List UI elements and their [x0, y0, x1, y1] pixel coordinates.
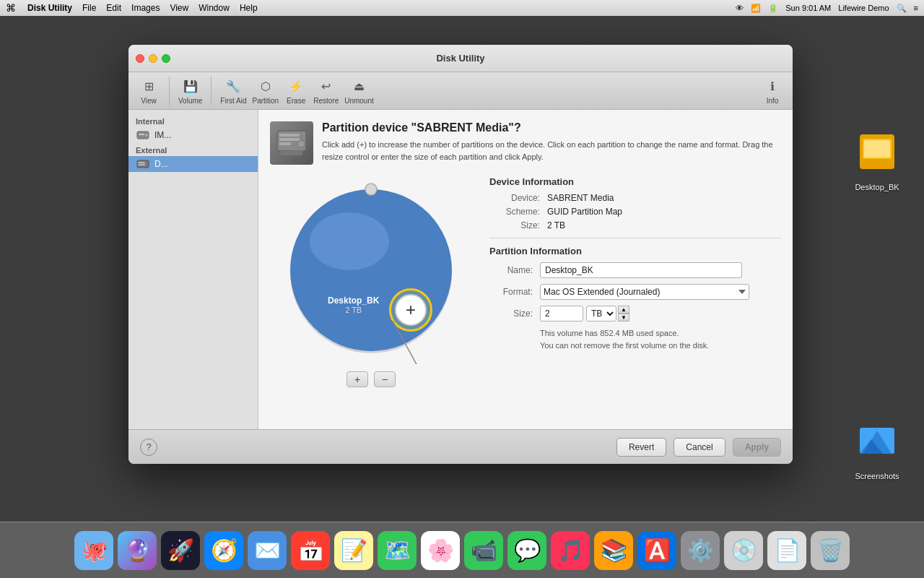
- siri-icon[interactable]: 👁: [736, 4, 744, 12]
- du-maximize-button[interactable]: [162, 54, 170, 63]
- du-traffic-lights: [136, 54, 170, 63]
- menu-edit[interactable]: Edit: [106, 3, 121, 13]
- first-aid-tool[interactable]: 🔧 First Aid: [220, 77, 246, 105]
- restore-tool[interactable]: ↩ Restore: [313, 77, 339, 105]
- screenshots-label: Screenshots: [855, 472, 899, 480]
- size-label: Size:: [489, 220, 540, 230]
- size-value: 2 TB: [547, 220, 565, 230]
- format-select[interactable]: Mac OS Extended (Journaled): [540, 284, 749, 300]
- du-minimize-button[interactable]: [149, 54, 157, 63]
- menu-file[interactable]: File: [82, 3, 96, 13]
- view-tool[interactable]: ⊞ View: [137, 77, 160, 105]
- internal-drive-label: IM...: [154, 130, 171, 140]
- pie-controls: + −: [346, 371, 396, 387]
- help-button[interactable]: ?: [140, 439, 157, 456]
- info-label: Info: [767, 97, 779, 105]
- name-field-row: Name:: [489, 262, 781, 278]
- menu-help[interactable]: Help: [240, 3, 258, 13]
- partition-icon: ⬡: [254, 77, 277, 95]
- sidebar-external-drive[interactable]: D...: [128, 156, 258, 172]
- desktop-icon-screenshots[interactable]: Screenshots: [848, 420, 906, 480]
- partition-desc: Click add (+) to increase the number of …: [322, 139, 781, 163]
- du-close-button[interactable]: [136, 54, 144, 63]
- dock-launchpad[interactable]: 🚀: [161, 531, 200, 570]
- dock-trash[interactable]: 🗑️: [811, 531, 850, 570]
- volume-label: Volume: [178, 97, 202, 105]
- dock-diskutil[interactable]: 💿: [724, 531, 763, 570]
- dock-safari[interactable]: 🧭: [204, 531, 243, 570]
- size-input[interactable]: [540, 306, 583, 322]
- size-field-label: Size:: [489, 309, 533, 319]
- external-header: External: [128, 143, 258, 156]
- pie-container: Desktop_BK 2 TB +: [277, 176, 465, 364]
- dock-messages[interactable]: 💬: [507, 531, 546, 570]
- partition-layout: Desktop_BK 2 TB +: [270, 176, 781, 387]
- external-drive-label: D...: [154, 159, 168, 169]
- unmount-icon: ⏏: [347, 77, 370, 95]
- dock-notes[interactable]: 📝: [334, 531, 373, 570]
- svg-point-15: [365, 184, 377, 195]
- dock-photos[interactable]: 🌸: [421, 531, 460, 570]
- svg-rect-19: [864, 140, 890, 158]
- dock-appstore[interactable]: 🅰️: [637, 531, 676, 570]
- add-partition-button[interactable]: +: [346, 371, 368, 387]
- partition-label: Partition: [252, 97, 279, 105]
- svg-rect-8: [279, 138, 300, 141]
- dock-settings[interactable]: ⚙️: [681, 531, 720, 570]
- dock-siri[interactable]: 🔮: [118, 531, 157, 570]
- wifi-icon[interactable]: 📶: [751, 4, 761, 13]
- dock-itunes[interactable]: 🎵: [551, 531, 590, 570]
- dock-calendar[interactable]: 📅: [291, 531, 330, 570]
- du-sidebar: Internal IM... External: [128, 110, 258, 429]
- size-increment-button[interactable]: ▲: [618, 306, 629, 314]
- size-unit-select[interactable]: TB: [586, 306, 616, 322]
- name-input[interactable]: [540, 262, 742, 278]
- dock-files[interactable]: 📄: [767, 531, 806, 570]
- info-tool[interactable]: ℹ Info: [761, 77, 784, 105]
- menu-bar: ⌘ Disk Utility File Edit Images View Win…: [0, 0, 924, 16]
- partition-tool[interactable]: ⬡ Partition: [252, 77, 279, 105]
- unmount-tool[interactable]: ⏏ Unmount: [344, 77, 374, 105]
- desktop-bk-label: Desktop_BK: [855, 183, 899, 191]
- size-stepper[interactable]: ▲ ▼: [618, 306, 629, 322]
- desktop-bk-icon: [857, 131, 897, 180]
- control-center-icon[interactable]: ≡: [914, 4, 918, 12]
- du-title: Disk Utility: [436, 53, 484, 64]
- username: Lifewire Demo: [838, 4, 889, 12]
- scheme-row: Scheme: GUID Partition Map: [489, 207, 781, 217]
- dock: 🐙 🔮 🚀 🧭 ✉️ 📅 📝 🗺️ 🌸 📹 💬 🎵 📚 🅰️ ⚙️ 💿 📄 🗑️: [0, 522, 924, 578]
- device-row: Device: SABRENT Media: [489, 193, 781, 203]
- screenshots-icon: [857, 420, 897, 469]
- svg-rect-5: [138, 164, 145, 165]
- apply-button[interactable]: Apply: [733, 438, 781, 457]
- svg-point-2: [145, 134, 148, 137]
- dock-maps[interactable]: 🗺️: [378, 531, 417, 570]
- volume-tool[interactable]: 💾 Volume: [178, 77, 202, 105]
- dock-facetime[interactable]: 📹: [464, 531, 503, 570]
- size-decrement-button[interactable]: ▼: [618, 314, 629, 322]
- svg-rect-4: [138, 162, 145, 163]
- apple-menu[interactable]: ⌘: [6, 2, 16, 14]
- remove-partition-button[interactable]: −: [374, 371, 396, 387]
- menu-images[interactable]: Images: [131, 3, 160, 13]
- svg-point-14: [310, 212, 389, 270]
- menu-view[interactable]: View: [170, 3, 188, 13]
- menu-disk-utility[interactable]: Disk Utility: [27, 3, 72, 13]
- dock-finder[interactable]: 🐙: [74, 531, 113, 570]
- desktop-icon-desktop-bk[interactable]: Desktop_BK: [848, 131, 906, 191]
- menu-window[interactable]: Window: [199, 3, 230, 13]
- name-field-label: Name:: [489, 265, 533, 275]
- add-partition-overlay-button[interactable]: +: [389, 288, 432, 332]
- dock-mail[interactable]: ✉️: [248, 531, 287, 570]
- search-icon[interactable]: 🔍: [897, 4, 907, 13]
- cancel-button[interactable]: Cancel: [674, 438, 725, 457]
- first-aid-label: First Aid: [220, 97, 246, 105]
- sidebar-internal-drive[interactable]: IM...: [128, 127, 258, 143]
- dock-books[interactable]: 📚: [594, 531, 633, 570]
- info-icon: ℹ: [761, 77, 784, 95]
- partition-header: Partition device "SABRENT Media"? Click …: [270, 121, 781, 165]
- volume-icon: 💾: [179, 77, 202, 95]
- erase-tool[interactable]: ⚡ Erase: [284, 77, 308, 105]
- first-aid-icon: 🔧: [222, 77, 245, 95]
- revert-button[interactable]: Revert: [616, 438, 666, 457]
